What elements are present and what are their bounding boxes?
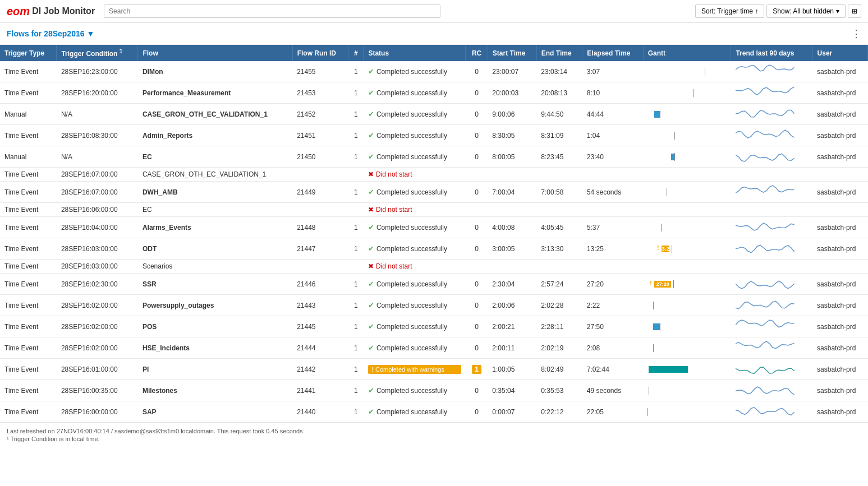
show-label: Show: All but hidden — [773, 7, 834, 15]
cell-flow[interactable]: EC — [138, 146, 292, 168]
cell-gantt — [643, 203, 731, 217]
cell-trend — [731, 274, 812, 295]
table-row[interactable]: Time Event 28SEP16:02:00:00 POS 21445 1 … — [0, 316, 868, 337]
cell-flow[interactable]: Admin_Reports — [138, 125, 292, 146]
cell-flow-run-id: 21444 — [292, 337, 348, 359]
cell-end-time: 8:02:49 — [536, 359, 582, 380]
cell-rc — [466, 203, 488, 217]
check-icon: ✔ — [368, 386, 374, 395]
cell-flow-run-id: 21443 — [292, 295, 348, 316]
search-box[interactable] — [104, 4, 440, 18]
cell-flow[interactable]: Powersupply_outages — [138, 295, 292, 316]
col-flow-run-id: Flow Run ID — [292, 45, 348, 61]
table-row[interactable]: Time Event 28SEP16:02:30:00 SSR 21446 1 … — [0, 274, 868, 295]
cell-flow[interactable]: DIMon — [138, 61, 292, 82]
table-row[interactable]: Time Event 28SEP16:08:30:00 Admin_Report… — [0, 125, 868, 146]
show-button[interactable]: Show: All but hidden ▾ — [766, 4, 846, 18]
footer-text: Last refreshed on 27NOV16:00:40:14 / sas… — [7, 428, 861, 434]
table-row[interactable]: Manual N/A CASE_GRON_OTH_EC_VALIDATION_1… — [0, 104, 868, 125]
col-trigger-type: Trigger Type — [0, 45, 57, 61]
check-icon: ✔ — [368, 344, 374, 352]
check-icon: ✔ — [368, 110, 374, 118]
cell-num — [348, 203, 364, 217]
table-row[interactable]: Time Event 28SEP16:20:00:00 Performance_… — [0, 82, 868, 104]
cell-status: ✔Completed successfully — [364, 274, 466, 295]
table-row[interactable]: Time Event 28SEP16:00:00:00 SAP 21440 1 … — [0, 401, 868, 423]
cell-start-time: 0:00:07 — [488, 401, 536, 423]
kebab-menu[interactable]: ⋮ — [851, 27, 861, 40]
cell-flow[interactable]: HSE_Incidents — [138, 337, 292, 359]
cell-rc: 0 — [466, 125, 488, 146]
app-header: eom DI Job Monitor Sort: Trigger time ↑ … — [0, 0, 868, 45]
cell-trigger-condition: N/A — [57, 104, 138, 125]
cell-flow[interactable]: SSR — [138, 274, 292, 295]
table-row[interactable]: Time Event 28SEP16:03:00:00 Scenarios ✖D… — [0, 260, 868, 274]
cell-trigger-type: Time Event — [0, 238, 57, 260]
table-row[interactable]: Time Event 28SEP16:23:00:00 DIMon 21455 … — [0, 61, 868, 82]
cell-flow[interactable]: Milestones — [138, 380, 292, 401]
cell-flow-run-id: 21448 — [292, 217, 348, 238]
cell-flow-run-id — [292, 203, 348, 217]
cell-num: 1 — [348, 104, 364, 125]
cell-flow[interactable]: POS — [138, 316, 292, 337]
cell-flow-run-id: 21441 — [292, 380, 348, 401]
cell-flow[interactable]: ODT — [138, 238, 292, 260]
sort-button[interactable]: Sort: Trigger time ↑ — [695, 4, 764, 18]
cell-flow[interactable]: Alarms_Events — [138, 217, 292, 238]
cell-elapsed: 27:50 — [582, 316, 643, 337]
col-gantt: Gantt — [643, 45, 731, 61]
table-row[interactable]: Time Event 28SEP16:07:00:00 CASE_GRON_OT… — [0, 168, 868, 182]
cell-trend — [731, 359, 812, 380]
cell-gantt — [643, 61, 731, 82]
cell-user: sasbatch-prd — [812, 182, 867, 203]
cell-status: ✔Completed successfully — [364, 316, 466, 337]
grid-icon-button[interactable]: ⊞ — [848, 4, 861, 18]
cell-trigger-condition: 28SEP16:03:00:00 — [57, 238, 138, 260]
cell-trend — [731, 82, 812, 104]
cell-start-time: 20:00:03 — [488, 82, 536, 104]
cell-flow[interactable]: EC — [138, 203, 292, 217]
cell-start-time: 3:00:05 — [488, 238, 536, 260]
cell-elapsed: 27:20 — [582, 274, 643, 295]
cell-rc: 0 — [466, 274, 488, 295]
cell-flow[interactable]: PI — [138, 359, 292, 380]
cell-rc: 0 — [466, 146, 488, 168]
cell-user: sasbatch-prd — [812, 217, 867, 238]
jobs-table: Trigger Type Trigger Condition 1 Flow Fl… — [0, 45, 868, 423]
col-num: # — [348, 45, 364, 61]
search-input[interactable] — [104, 4, 440, 18]
cell-flow[interactable]: DWH_AMB — [138, 182, 292, 203]
cell-user: sasbatch-prd — [812, 125, 867, 146]
cell-trend — [731, 217, 812, 238]
error-icon: ✖ — [368, 206, 374, 214]
cell-num: 1 — [348, 401, 364, 423]
cell-user: sasbatch-prd — [812, 295, 867, 316]
table-row[interactable]: Time Event 28SEP16:07:00:00 DWH_AMB 2144… — [0, 182, 868, 203]
table-row[interactable]: Time Event 28SEP16:01:00:00 PI 21442 1 !… — [0, 359, 868, 380]
cell-flow[interactable]: Performance_Measurement — [138, 82, 292, 104]
cell-trend — [731, 61, 812, 82]
cell-elapsed: 8:10 — [582, 82, 643, 104]
table-row[interactable]: Time Event 28SEP16:02:00:00 HSE_Incident… — [0, 337, 868, 359]
cell-flow-run-id: 21445 — [292, 316, 348, 337]
table-row[interactable]: Time Event 28SEP16:02:00:00 Powersupply_… — [0, 295, 868, 316]
table-row[interactable]: Time Event 28SEP16:04:00:00 Alarms_Event… — [0, 217, 868, 238]
cell-gantt — [643, 401, 731, 423]
cell-flow[interactable]: CASE_GRON_OTH_EC_VALIDATION_1 — [138, 168, 292, 182]
table-row[interactable]: Time Event 28SEP16:06:00:00 EC ✖Did not … — [0, 203, 868, 217]
cell-elapsed: 3:07 — [582, 61, 643, 82]
cell-trigger-type: Time Event — [0, 168, 57, 182]
table-row[interactable]: Time Event 28SEP16:03:00:00 ODT 21447 1 … — [0, 238, 868, 260]
table-row[interactable]: Time Event 28SEP16:00:35:00 Milestones 2… — [0, 380, 868, 401]
cell-gantt — [643, 217, 731, 238]
cell-flow[interactable]: Scenarios — [138, 260, 292, 274]
flows-title[interactable]: Flows for 28Sep2016 ▼ — [7, 29, 94, 38]
table-row[interactable]: Manual N/A EC 21450 1 ✔Completed success… — [0, 146, 868, 168]
cell-user: sasbatch-prd — [812, 146, 867, 168]
check-icon: ✔ — [368, 188, 374, 196]
cell-flow[interactable]: SAP — [138, 401, 292, 423]
cell-status: ✔Completed successfully — [364, 238, 466, 260]
cell-elapsed: 44:44 — [582, 104, 643, 125]
flows-title-text: Flows for 28Sep2016 — [7, 29, 85, 38]
cell-flow[interactable]: CASE_GRON_OTH_EC_VALIDATION_1 — [138, 104, 292, 125]
